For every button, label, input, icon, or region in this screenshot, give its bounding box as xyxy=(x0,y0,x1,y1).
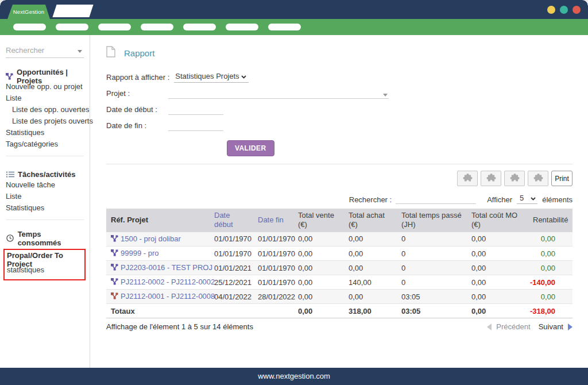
column-header[interactable]: Total temps passé (JH) xyxy=(397,209,467,232)
column-header[interactable]: Date début xyxy=(210,209,253,232)
cell-profitability: 0,00 xyxy=(528,247,572,261)
length-prefix: Afficher xyxy=(487,195,512,204)
chevron-down-icon xyxy=(531,194,536,202)
project-select[interactable] xyxy=(168,89,389,99)
cell-profitability: 0,00 xyxy=(528,290,572,304)
cell-date-end: 28/01/2022 xyxy=(253,290,293,304)
sidebar-section-title[interactable]: Tâches/activités xyxy=(6,170,85,179)
cell-labor-cost: 0,00 xyxy=(467,261,528,275)
column-header[interactable]: Total coût MO (€) xyxy=(467,209,528,232)
export-button[interactable] xyxy=(528,171,548,186)
sidebar-section-label: Temps consommés xyxy=(18,230,85,247)
sidebar-item[interactable]: Liste des opp. ouvertes xyxy=(6,104,85,116)
project-ref-link[interactable]: PJ2112-0001 - PJ2112-0008 xyxy=(121,292,215,301)
body-area: Rechercher Opportunités | ProjetsNouvell… xyxy=(0,35,588,368)
totals-value xyxy=(253,304,293,318)
nav-menu-pill[interactable] xyxy=(98,24,131,30)
table-search-input[interactable] xyxy=(396,194,476,204)
column-header[interactable]: Total achat (€) xyxy=(344,209,397,232)
pagination: Précédent Suivant xyxy=(487,322,572,331)
cell-profitability: 0,00 xyxy=(528,261,572,275)
sidebar-section-title[interactable]: Propal/Order To Project xyxy=(7,255,82,264)
puzzle-icon xyxy=(510,173,520,184)
cell-date-start: 01/01/1970 xyxy=(210,247,253,261)
tasks-icon xyxy=(6,171,14,178)
sidebar-item[interactable]: Nouvelle opp. ou projet xyxy=(6,81,85,93)
report-type-select[interactable]: Statistiques Projets xyxy=(174,72,249,83)
column-header[interactable]: Date fin xyxy=(253,209,293,232)
export-button[interactable] xyxy=(504,171,525,186)
table-controls: Rechercher : Afficher 5 éléments xyxy=(106,194,572,204)
date-end-input[interactable] xyxy=(168,121,223,131)
validate-button[interactable]: VALIDER xyxy=(227,140,274,156)
nav-menu-pill[interactable] xyxy=(226,24,258,30)
sidebar-item[interactable]: Statistiques xyxy=(6,202,85,214)
table-header-row: Réf. ProjetDate débutDate finTotal vente… xyxy=(106,209,572,232)
pagination-next[interactable]: Suivant xyxy=(539,322,563,331)
cell-labor-cost: 0,00 xyxy=(467,290,528,304)
app-window: NextGestion Rechercher Opportunités | Pr… xyxy=(0,0,588,385)
length-suffix: éléments xyxy=(542,195,572,204)
cell-total-sale: 0,00 xyxy=(293,290,344,304)
export-button[interactable] xyxy=(457,171,478,186)
sidebar-item[interactable]: Tags/catégories xyxy=(6,138,85,150)
sidebar-item[interactable]: Statistiques xyxy=(6,127,85,138)
export-button[interactable] xyxy=(481,171,501,186)
totals-row: Totaux0,00318,0003:050,00-318,00 xyxy=(106,304,572,318)
totals-label: Totaux xyxy=(106,304,210,318)
print-button[interactable]: Print xyxy=(551,171,572,186)
cell-date-start: 01/01/2021 xyxy=(210,261,253,275)
nav-menu-pill[interactable] xyxy=(268,24,301,30)
length-value: 5 xyxy=(520,194,524,202)
column-header[interactable]: Réf. Projet xyxy=(106,209,210,232)
nav-menu-pill[interactable] xyxy=(56,24,88,30)
totals-value: 318,00 xyxy=(344,304,397,318)
nav-menu-pill[interactable] xyxy=(141,24,173,30)
sidebar-item[interactable]: Nouvelle tâche xyxy=(6,179,85,191)
sidebar-divider xyxy=(6,156,84,156)
cell-labor-cost: 0,00 xyxy=(467,232,528,247)
totals-value: 03:05 xyxy=(397,304,467,318)
project-ref-link[interactable]: PJ2112-0002 - PJ2112-0002 xyxy=(121,278,215,286)
cell-project-ref: PJ2112-0002 - PJ2112-0002 xyxy=(106,275,210,290)
table-footer-row: Affichage de l'élement 1 à 5 sur 14 élém… xyxy=(106,322,572,331)
column-header[interactable]: Total vente (€) xyxy=(293,209,344,232)
brand-logo-tab[interactable]: NextGestion xyxy=(7,5,50,19)
page-title-row: Rapport xyxy=(106,47,572,59)
window-dots xyxy=(547,6,581,14)
nav-menu-pill[interactable] xyxy=(13,24,46,30)
window-dot-yellow[interactable] xyxy=(547,6,555,14)
projects-icon xyxy=(6,73,13,80)
project-ref-link[interactable]: 99999 - pro xyxy=(121,249,159,257)
cell-total-sale: 0,00 xyxy=(293,275,344,290)
window-dot-red[interactable] xyxy=(572,6,581,14)
report-type-value: Statistiques Projets xyxy=(175,72,239,80)
project-ref-link[interactable]: PJ2203-0016 - TEST PROJ xyxy=(121,263,212,272)
totals-value xyxy=(210,304,253,318)
cell-time-spent: 0 xyxy=(397,247,467,261)
pagination-previous[interactable]: Précédent xyxy=(496,322,530,331)
chevron-down-icon xyxy=(241,72,246,80)
date-start-input[interactable] xyxy=(168,105,223,115)
sidebar-item[interactable]: Liste xyxy=(6,191,85,202)
table-row: 1500 - proj dolibar01/01/197001/01/19700… xyxy=(106,232,572,247)
cell-time-spent: 03:05 xyxy=(397,290,467,304)
cell-date-end: 01/01/1970 xyxy=(253,261,293,275)
page-length-select[interactable]: 5 xyxy=(517,194,537,204)
prev-arrow-icon xyxy=(487,324,492,330)
column-header[interactable]: Rentabilité xyxy=(528,209,572,232)
cell-date-start: 01/01/1970 xyxy=(210,232,253,247)
cell-total-purchase: 0,00 xyxy=(344,247,397,261)
nav-menu-pill[interactable] xyxy=(183,24,216,30)
project-ref-link[interactable]: 1500 - proj dolibar xyxy=(121,234,181,243)
sidebar-item[interactable]: Liste des projets ouverts xyxy=(6,116,85,127)
sidebar-section-title[interactable]: Temps consommés xyxy=(6,233,85,243)
sidebar-search-select[interactable]: Rechercher xyxy=(6,46,84,58)
window-dot-teal[interactable] xyxy=(560,6,568,14)
sidebar-section-title[interactable]: Opportunités | Projets xyxy=(6,71,85,81)
sidebar-item[interactable]: Liste xyxy=(6,93,85,104)
cell-total-purchase: 0,00 xyxy=(344,261,397,275)
footer-url: www.nextgestion.com xyxy=(258,372,330,380)
next-arrow-icon xyxy=(568,324,572,330)
document-icon xyxy=(106,46,115,60)
